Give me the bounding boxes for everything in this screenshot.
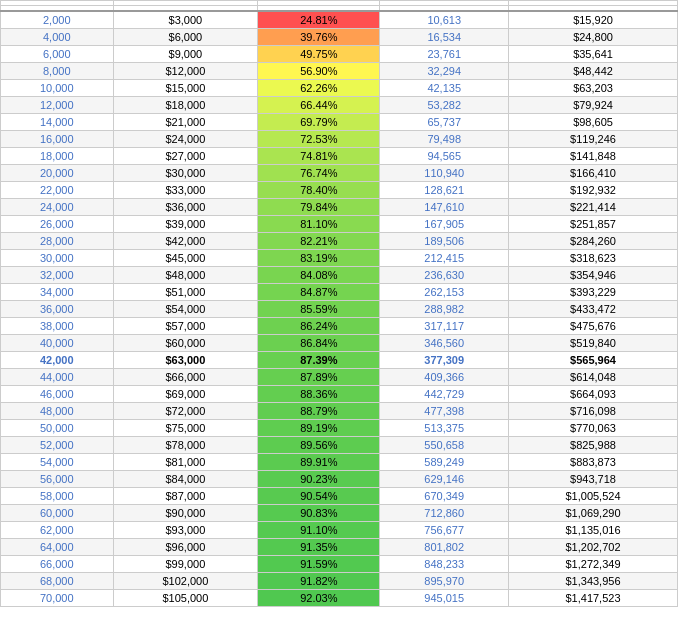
cell-pct-acquired: 85.59% <box>258 301 380 318</box>
cell-usd-equivalent: $90,000 <box>113 505 258 522</box>
cell-virtual-invested: 34,000 <box>1 284 114 301</box>
cell-usd-equivalent: $27,000 <box>113 148 258 165</box>
cell-usd-equivalent: $63,000 <box>113 352 258 369</box>
table-row: 22,000 $33,000 78.40% 128,621 $192,932 <box>1 182 678 199</box>
cell-mcap-virtual: 236,630 <box>380 267 509 284</box>
table-row: 40,000 $60,000 86.84% 346,560 $519,840 <box>1 335 678 352</box>
cell-mcap-usd: $192,932 <box>509 182 678 199</box>
cell-usd-equivalent: $51,000 <box>113 284 258 301</box>
cell-pct-acquired: 87.39% <box>258 352 380 369</box>
cell-virtual-invested: 22,000 <box>1 182 114 199</box>
cell-usd-equivalent: $42,000 <box>113 233 258 250</box>
cell-pct-acquired: 62.26% <box>258 80 380 97</box>
cell-mcap-virtual: 189,506 <box>380 233 509 250</box>
cell-virtual-invested: 6,000 <box>1 46 114 63</box>
cell-mcap-usd: $664,093 <box>509 386 678 403</box>
cell-mcap-virtual: 712,860 <box>380 505 509 522</box>
cell-usd-equivalent: $3,000 <box>113 11 258 29</box>
cell-pct-acquired: 87.89% <box>258 369 380 386</box>
cell-mcap-usd: $284,260 <box>509 233 678 250</box>
cell-usd-equivalent: $24,000 <box>113 131 258 148</box>
cell-usd-equivalent: $36,000 <box>113 199 258 216</box>
cell-mcap-usd: $354,946 <box>509 267 678 284</box>
cell-virtual-invested: 60,000 <box>1 505 114 522</box>
cell-pct-acquired: 39.76% <box>258 29 380 46</box>
cell-virtual-invested: 70,000 <box>1 590 114 607</box>
table-row: 36,000 $54,000 85.59% 288,982 $433,472 <box>1 301 678 318</box>
cell-mcap-virtual: 53,282 <box>380 97 509 114</box>
cell-mcap-virtual: 42,135 <box>380 80 509 97</box>
cell-mcap-usd: $1,417,523 <box>509 590 678 607</box>
cell-mcap-usd: $519,840 <box>509 335 678 352</box>
cell-virtual-invested: 30,000 <box>1 250 114 267</box>
cell-usd-equivalent: $99,000 <box>113 556 258 573</box>
cell-mcap-usd: $1,272,349 <box>509 556 678 573</box>
table-row: 70,000 $105,000 92.03% 945,015 $1,417,52… <box>1 590 678 607</box>
table-row: 12,000 $18,000 66.44% 53,282 $79,924 <box>1 97 678 114</box>
cell-virtual-invested: 68,000 <box>1 573 114 590</box>
table-row: 2,000 $3,000 24.81% 10,613 $15,920 <box>1 11 678 29</box>
cell-usd-equivalent: $18,000 <box>113 97 258 114</box>
cell-mcap-virtual: 23,761 <box>380 46 509 63</box>
cell-mcap-usd: $1,202,702 <box>509 539 678 556</box>
cell-mcap-virtual: 477,398 <box>380 403 509 420</box>
cell-mcap-usd: $15,920 <box>509 11 678 29</box>
cell-usd-equivalent: $54,000 <box>113 301 258 318</box>
cell-virtual-invested: 20,000 <box>1 165 114 182</box>
cell-usd-equivalent: $57,000 <box>113 318 258 335</box>
table-row: 60,000 $90,000 90.83% 712,860 $1,069,290 <box>1 505 678 522</box>
table-row: 64,000 $96,000 91.35% 801,802 $1,202,702 <box>1 539 678 556</box>
cell-usd-equivalent: $87,000 <box>113 488 258 505</box>
cell-pct-acquired: 81.10% <box>258 216 380 233</box>
cell-mcap-virtual: 848,233 <box>380 556 509 573</box>
cell-usd-equivalent: $60,000 <box>113 335 258 352</box>
cell-pct-acquired: 83.19% <box>258 250 380 267</box>
cell-pct-acquired: 72.53% <box>258 131 380 148</box>
cell-usd-equivalent: $9,000 <box>113 46 258 63</box>
cell-pct-acquired: 88.79% <box>258 403 380 420</box>
cell-virtual-invested: 50,000 <box>1 420 114 437</box>
cell-virtual-invested: 52,000 <box>1 437 114 454</box>
cell-mcap-virtual: 895,970 <box>380 573 509 590</box>
cell-mcap-usd: $1,343,956 <box>509 573 678 590</box>
table-row: 58,000 $87,000 90.54% 670,349 $1,005,524 <box>1 488 678 505</box>
table-row: 46,000 $69,000 88.36% 442,729 $664,093 <box>1 386 678 403</box>
table-row: 28,000 $42,000 82.21% 189,506 $284,260 <box>1 233 678 250</box>
cell-mcap-virtual: 756,677 <box>380 522 509 539</box>
cell-pct-acquired: 84.87% <box>258 284 380 301</box>
cell-virtual-invested: 12,000 <box>1 97 114 114</box>
cell-mcap-usd: $98,605 <box>509 114 678 131</box>
table-row: 32,000 $48,000 84.08% 236,630 $354,946 <box>1 267 678 284</box>
cell-usd-equivalent: $66,000 <box>113 369 258 386</box>
cell-mcap-virtual: 629,146 <box>380 471 509 488</box>
cell-virtual-invested: 64,000 <box>1 539 114 556</box>
cell-mcap-virtual: 801,802 <box>380 539 509 556</box>
cell-pct-acquired: 24.81% <box>258 11 380 29</box>
cell-mcap-usd: $433,472 <box>509 301 678 318</box>
cell-virtual-invested: 36,000 <box>1 301 114 318</box>
cell-usd-equivalent: $6,000 <box>113 29 258 46</box>
data-table: 2,000 $3,000 24.81% 10,613 $15,920 4,000… <box>0 0 678 607</box>
cell-virtual-invested: 28,000 <box>1 233 114 250</box>
cell-mcap-virtual: 128,621 <box>380 182 509 199</box>
cell-mcap-virtual: 945,015 <box>380 590 509 607</box>
cell-mcap-usd: $79,924 <box>509 97 678 114</box>
cell-pct-acquired: 92.03% <box>258 590 380 607</box>
cell-mcap-usd: $716,098 <box>509 403 678 420</box>
cell-mcap-usd: $318,623 <box>509 250 678 267</box>
cell-pct-acquired: 91.35% <box>258 539 380 556</box>
cell-usd-equivalent: $96,000 <box>113 539 258 556</box>
cell-virtual-invested: 40,000 <box>1 335 114 352</box>
cell-virtual-invested: 4,000 <box>1 29 114 46</box>
cell-virtual-invested: 14,000 <box>1 114 114 131</box>
cell-mcap-usd: $943,718 <box>509 471 678 488</box>
cell-mcap-usd: $1,069,290 <box>509 505 678 522</box>
cell-virtual-invested: 56,000 <box>1 471 114 488</box>
cell-pct-acquired: 86.84% <box>258 335 380 352</box>
table-row: 24,000 $36,000 79.84% 147,610 $221,414 <box>1 199 678 216</box>
table-row: 44,000 $66,000 87.89% 409,366 $614,048 <box>1 369 678 386</box>
cell-usd-equivalent: $78,000 <box>113 437 258 454</box>
cell-pct-acquired: 66.44% <box>258 97 380 114</box>
cell-pct-acquired: 76.74% <box>258 165 380 182</box>
table-row: 52,000 $78,000 89.56% 550,658 $825,988 <box>1 437 678 454</box>
